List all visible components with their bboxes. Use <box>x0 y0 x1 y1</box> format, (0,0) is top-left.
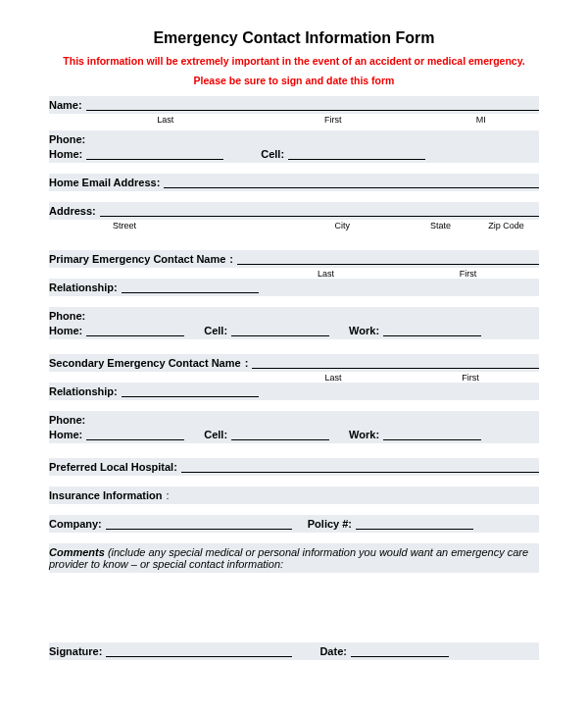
primary-relationship-row: Relationship: <box>49 279 539 296</box>
primary-sub-last: Last <box>255 269 397 279</box>
name-line[interactable] <box>86 99 539 111</box>
primary-phone-detail-row: Home: Cell: Work: <box>49 322 539 339</box>
comments-label: Comments <box>49 546 105 558</box>
primary-work-line[interactable] <box>383 325 481 336</box>
warning-text: This information will be extremely impor… <box>49 55 539 69</box>
secondary-name-line[interactable] <box>252 357 539 369</box>
signature-row: Signature: Date: <box>49 642 539 660</box>
company-policy-row: Company: Policy #: <box>49 515 539 533</box>
signature-line[interactable] <box>106 645 292 657</box>
primary-name-row: Primary Emergency Contact Name: <box>49 250 539 268</box>
cell-phone-line[interactable] <box>288 148 425 160</box>
sub-zip: Zip Code <box>473 221 539 230</box>
secondary-name-row: Secondary Emergency Contact Name: <box>49 354 539 372</box>
insurance-label: Insurance Information <box>49 489 163 501</box>
email-label: Home Email Address: <box>49 177 160 188</box>
phone-home-cell-row: Home: Cell: <box>49 145 539 163</box>
company-label: Company: <box>49 518 102 530</box>
address-row: Address: <box>49 202 539 220</box>
page-title: Emergency Contact Information Form <box>49 29 539 47</box>
date-label: Date: <box>319 645 347 657</box>
secondary-relationship-label: Relationship: <box>49 385 118 397</box>
name-subs: Last First MI <box>49 115 539 125</box>
primary-cell-label: Cell: <box>204 325 227 336</box>
sign-prompt: Please be sure to sign and date this for… <box>49 75 539 86</box>
email-line[interactable] <box>164 177 539 188</box>
primary-label: Primary Emergency Contact Name <box>49 253 225 265</box>
hospital-row: Preferred Local Hospital: <box>49 458 539 476</box>
primary-subs: Last First <box>49 269 539 279</box>
primary-phone-label: Phone: <box>49 310 85 322</box>
date-line[interactable] <box>351 645 449 657</box>
hospital-label: Preferred Local Hospital: <box>49 461 177 473</box>
phone-label: Phone: <box>49 133 85 145</box>
secondary-cell-line[interactable] <box>231 429 329 440</box>
policy-label: Policy #: <box>308 518 352 530</box>
primary-cell-line[interactable] <box>231 325 329 336</box>
email-row: Home Email Address: <box>49 174 539 191</box>
secondary-phone-detail-row: Home: Cell: Work: <box>49 426 539 443</box>
name-label: Name: <box>49 99 82 111</box>
secondary-cell-label: Cell: <box>204 429 227 440</box>
sub-state: State <box>408 221 473 230</box>
address-label: Address: <box>49 205 96 217</box>
sub-street: Street <box>103 221 276 230</box>
secondary-relationship-row: Relationship: <box>49 383 539 400</box>
name-row: Name: <box>49 96 539 114</box>
comments-area[interactable] <box>49 574 539 642</box>
sub-first: First <box>243 115 423 125</box>
secondary-phone-label: Phone: <box>49 414 85 426</box>
sub-mi: MI <box>423 115 539 125</box>
primary-home-label: Home: <box>49 325 82 336</box>
policy-line[interactable] <box>356 518 473 530</box>
secondary-work-line[interactable] <box>383 429 481 440</box>
secondary-subs: Last First <box>49 373 539 383</box>
home-label: Home: <box>49 148 82 160</box>
primary-work-label: Work: <box>349 325 379 336</box>
hospital-line[interactable] <box>181 461 539 473</box>
insurance-row: Insurance Information: <box>49 486 539 504</box>
secondary-relationship-line[interactable] <box>122 385 259 397</box>
comments-text: (include any special medical or personal… <box>49 546 528 570</box>
address-line[interactable] <box>100 205 539 217</box>
company-line[interactable] <box>106 518 292 530</box>
primary-sub-first: First <box>397 269 539 279</box>
home-phone-line[interactable] <box>86 148 223 160</box>
sub-city: City <box>276 221 408 230</box>
cell-label: Cell: <box>261 148 284 160</box>
secondary-label: Secondary Emergency Contact Name <box>49 357 241 369</box>
primary-home-line[interactable] <box>86 325 184 336</box>
primary-name-line[interactable] <box>237 253 539 265</box>
primary-relationship-line[interactable] <box>122 281 259 293</box>
comments-row: Comments (include any special medical or… <box>49 543 539 573</box>
secondary-sub-first: First <box>402 373 539 383</box>
address-subs: Street City State Zip Code <box>49 221 539 230</box>
signature-label: Signature: <box>49 645 102 657</box>
sub-last: Last <box>88 115 243 125</box>
secondary-sub-last: Last <box>265 373 402 383</box>
relationship-label: Relationship: <box>49 281 118 293</box>
secondary-work-label: Work: <box>349 429 379 440</box>
secondary-home-line[interactable] <box>86 429 184 440</box>
secondary-home-label: Home: <box>49 429 82 440</box>
